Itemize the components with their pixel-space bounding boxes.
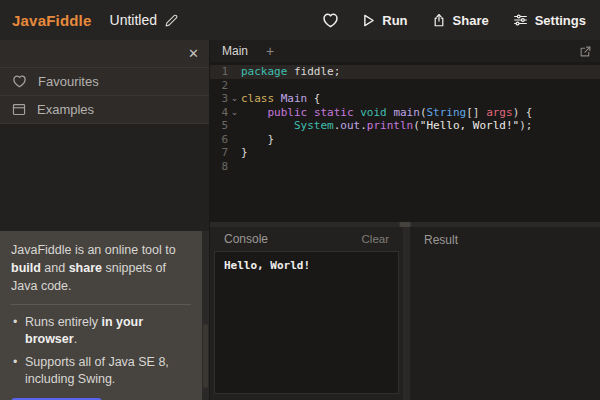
sidebar-close-row: ✕ bbox=[0, 40, 209, 68]
line-number: 4 bbox=[210, 106, 228, 120]
code-token: package bbox=[241, 65, 287, 78]
app-logo: JavaFiddle bbox=[12, 12, 92, 29]
code-token: class bbox=[241, 92, 274, 105]
javafiddle-app: JavaFiddle Untitled Run Share bbox=[0, 0, 600, 400]
code-token: main bbox=[393, 106, 420, 119]
splitter-handle[interactable] bbox=[400, 222, 411, 227]
code-line: 1package fiddle; bbox=[210, 65, 600, 79]
text-segment: share bbox=[69, 261, 102, 275]
about-bullet: Runs entirely in your browser. bbox=[11, 314, 191, 348]
text-segment: build bbox=[11, 261, 41, 275]
code-editor[interactable]: 1package fiddle;23⌄class Main {4⌄ public… bbox=[210, 62, 600, 222]
sliders-icon bbox=[513, 13, 528, 27]
heart-icon bbox=[322, 13, 339, 28]
code-line: 3⌄class Main { bbox=[210, 92, 600, 106]
code-token: Main bbox=[281, 92, 308, 105]
code-text: } bbox=[241, 146, 600, 160]
sidebar-nav: ✕ Favourites Examples bbox=[0, 40, 209, 124]
code-line: 7} bbox=[210, 146, 600, 160]
code-token bbox=[307, 106, 314, 119]
code-text: } bbox=[241, 133, 600, 147]
output-area: Console Clear Hello, World! Result bbox=[210, 227, 600, 400]
sidebar-item-label: Favourites bbox=[38, 74, 99, 89]
about-intro: JavaFiddle is an online tool to build an… bbox=[11, 242, 191, 295]
fold-gutter bbox=[228, 79, 241, 93]
share-label: Share bbox=[453, 13, 489, 28]
code-text: package fiddle; bbox=[241, 65, 600, 79]
vertical-splitter[interactable] bbox=[403, 227, 410, 400]
add-tab-button[interactable]: + bbox=[260, 43, 280, 59]
heart-icon bbox=[12, 75, 27, 88]
console-panel: Console Clear Hello, World! bbox=[210, 227, 403, 400]
about-bullet: Supports all of Java SE 8, including Swi… bbox=[11, 354, 191, 388]
document-title: Untitled bbox=[110, 12, 157, 28]
code-token: System bbox=[294, 119, 334, 132]
code-token: { bbox=[307, 92, 320, 105]
clear-console-button[interactable]: Clear bbox=[362, 233, 389, 245]
fold-gutter bbox=[228, 146, 241, 160]
favourite-button[interactable] bbox=[322, 13, 339, 28]
code-line: 6 } bbox=[210, 133, 600, 147]
code-token: args bbox=[486, 106, 513, 119]
code-token: ( bbox=[420, 106, 427, 119]
code-token: "Hello, World!" bbox=[420, 119, 519, 132]
text-segment: . bbox=[74, 332, 77, 346]
sidebar-item-examples[interactable]: Examples bbox=[0, 96, 209, 124]
tab-bar: Main + bbox=[210, 40, 600, 62]
close-icon[interactable]: ✕ bbox=[188, 47, 199, 60]
about-bullets: Runs entirely in your browser.Supports a… bbox=[11, 314, 191, 388]
code-text: public static void main(String[] args) { bbox=[241, 106, 600, 120]
code-token: static bbox=[314, 106, 354, 119]
settings-button[interactable]: Settings bbox=[513, 13, 586, 28]
sidebar-spacer bbox=[0, 124, 209, 231]
tab-main[interactable]: Main bbox=[210, 40, 260, 62]
run-button[interactable]: Run bbox=[363, 13, 407, 28]
sidebar-item-favourites[interactable]: Favourites bbox=[0, 68, 209, 96]
horizontal-splitter[interactable] bbox=[210, 222, 600, 227]
code-token: ( bbox=[413, 119, 420, 132]
fold-arrow-icon[interactable]: ⌄ bbox=[228, 92, 241, 106]
code-text: class Main { bbox=[241, 92, 600, 106]
line-number: 3 bbox=[210, 92, 228, 106]
result-panel: Result bbox=[410, 227, 600, 400]
code-token: } bbox=[241, 133, 274, 146]
code-token: ); bbox=[519, 119, 532, 132]
console-output: Hello, World! bbox=[214, 251, 399, 394]
console-title: Console bbox=[224, 232, 268, 246]
code-line: 2 bbox=[210, 79, 600, 93]
code-token bbox=[274, 92, 281, 105]
text-segment: and bbox=[41, 261, 69, 275]
code-line: 5 System.out.println("Hello, World!"); bbox=[210, 119, 600, 133]
about-panel: JavaFiddle is an online tool to build an… bbox=[0, 231, 209, 400]
text-segment: Runs entirely bbox=[25, 315, 101, 329]
scrollbar-thumb[interactable] bbox=[203, 324, 208, 388]
line-number: 8 bbox=[210, 160, 228, 174]
fold-gutter bbox=[228, 160, 241, 174]
settings-label: Settings bbox=[535, 13, 586, 28]
topbar: JavaFiddle Untitled Run Share bbox=[0, 0, 600, 40]
line-number: 5 bbox=[210, 119, 228, 133]
main-area: Main + 1package fiddle;23⌄class Main {4⌄… bbox=[210, 40, 600, 400]
console-header: Console Clear bbox=[214, 227, 399, 251]
code-token: ) { bbox=[513, 106, 533, 119]
code-token bbox=[241, 119, 294, 132]
share-button[interactable]: Share bbox=[432, 13, 489, 28]
text-segment: Supports all of Java SE 8, including Swi… bbox=[25, 355, 169, 386]
sidebar: ✕ Favourites Examples JavaFi bbox=[0, 40, 210, 400]
line-number: 7 bbox=[210, 146, 228, 160]
window-icon bbox=[12, 103, 26, 116]
console-output-line: Hello, World! bbox=[224, 259, 310, 272]
fold-arrow-icon[interactable]: ⌄ bbox=[228, 106, 241, 120]
line-number: 6 bbox=[210, 133, 228, 147]
run-label: Run bbox=[382, 13, 407, 28]
sidebar-scrollbar[interactable] bbox=[202, 231, 209, 400]
fold-gutter bbox=[228, 133, 241, 147]
pencil-icon[interactable] bbox=[165, 14, 178, 27]
fold-gutter bbox=[228, 119, 241, 133]
code-token: [] bbox=[466, 106, 486, 119]
code-text bbox=[241, 160, 600, 174]
play-icon bbox=[363, 14, 375, 27]
code-token: void bbox=[360, 106, 387, 119]
external-link-icon[interactable] bbox=[579, 45, 592, 58]
code-token bbox=[241, 106, 268, 119]
